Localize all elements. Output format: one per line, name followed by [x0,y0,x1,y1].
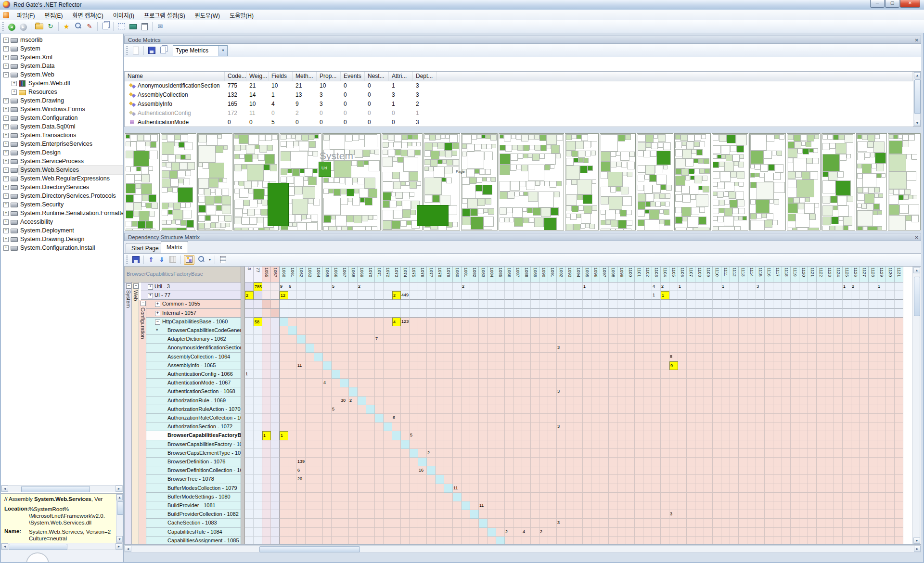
matrix-cell[interactable] [877,353,886,361]
treemap-cell[interactable] [751,214,756,219]
matrix-cell[interactable] [860,510,869,519]
matrix-cell[interactable] [462,431,470,440]
treemap-cell[interactable] [889,216,905,230]
matrix-cell[interactable] [617,309,626,318]
matrix-cell[interactable] [314,335,323,344]
treemap-cell[interactable] [307,215,310,218]
matrix-cell[interactable] [756,414,765,422]
matrix-cell[interactable] [548,431,557,440]
treemap-cell[interactable] [241,145,245,150]
matrix-cell[interactable] [886,397,895,405]
matrix-cell[interactable] [782,387,791,397]
matrix-cell[interactable] [799,414,808,422]
matrix-cell[interactable] [418,397,427,405]
treemap-cell[interactable] [829,172,837,180]
matrix-cell[interactable] [427,422,436,431]
matrix-cell[interactable] [436,353,444,361]
matrix-cell[interactable] [358,379,366,387]
matrix-cell[interactable] [332,475,340,484]
matrix-cell[interactable] [704,405,713,414]
matrix-cell[interactable] [851,353,860,361]
matrix-cell[interactable] [418,475,427,484]
treemap-cell[interactable] [630,152,634,156]
matrix-cell[interactable] [791,466,799,475]
matrix-cell[interactable] [609,493,617,501]
matrix-cell[interactable] [661,370,669,379]
matrix-cell[interactable] [418,309,427,318]
matrix-cell[interactable] [704,414,713,422]
sidebar-item-system-data[interactable]: +System.Data [1,62,123,70]
treemap-cell[interactable] [429,167,433,171]
matrix-cell[interactable] [271,405,280,414]
matrix-cell[interactable] [756,519,765,528]
group-collapse-box[interactable]: − [133,283,139,289]
matrix-cell[interactable] [886,344,895,353]
treemap-cell[interactable] [646,143,651,147]
matrix-cell[interactable] [539,370,548,379]
matrix-cell[interactable] [695,493,704,501]
matrix-cell[interactable] [652,353,661,361]
treemap-cell[interactable] [552,145,559,153]
matrix-cell[interactable] [756,387,765,397]
treemap-cell[interactable] [383,230,390,230]
matrix-cell[interactable] [366,475,375,484]
matrix-cell[interactable] [591,458,600,466]
matrix-cell[interactable] [695,475,704,484]
treemap-cell[interactable] [181,203,185,207]
matrix-cell[interactable] [410,379,418,387]
matrix-cell[interactable] [895,300,903,309]
matrix-cell[interactable] [877,519,886,528]
matrix-cell[interactable] [358,300,366,309]
matrix-cell[interactable] [323,475,332,484]
matrix-cell[interactable] [574,493,583,501]
matrix-cell[interactable] [410,484,418,493]
matrix-row-label[interactable]: CapabilitiesRule - 1084 [146,528,241,537]
matrix-cell[interactable] [574,466,583,475]
treemap-cell[interactable] [762,214,766,218]
treemap-cell[interactable] [545,154,555,164]
matrix-cell[interactable] [271,326,280,335]
matrix-cell[interactable] [739,484,747,493]
matrix-cell[interactable] [843,422,851,431]
matrix-cell[interactable] [479,318,488,326]
matrix-cell[interactable] [254,344,262,353]
matrix-cell[interactable] [609,335,617,344]
treemap-cell[interactable] [138,135,143,141]
menu-item-2[interactable]: 화면 캡쳐(C) [67,10,108,21]
table-row[interactable]: AssemblyInfo165104930012 [125,100,913,109]
matrix-cell[interactable] [609,422,617,431]
matrix-column-header[interactable]: 1069 [358,267,366,282]
matrix-cell[interactable] [358,493,366,501]
matrix-cell[interactable] [704,282,713,291]
treemap-cell[interactable] [433,195,439,202]
matrix-cell[interactable] [557,309,565,318]
matrix-cell[interactable] [384,344,392,353]
treemap-cell[interactable] [235,209,242,217]
matrix-cell[interactable]: 7 [375,335,384,344]
treemap-cell[interactable] [216,189,221,195]
matrix-cell[interactable] [843,449,851,458]
matrix-cell[interactable] [834,466,843,475]
matrix-cell[interactable] [436,282,444,291]
tab-matrix[interactable]: Matrix [161,241,188,253]
treemap-cell[interactable] [730,200,737,207]
treemap-cell[interactable] [823,217,831,225]
matrix-cell[interactable] [505,326,513,335]
matrix-row-label[interactable]: AssemblyCollection - 1064 [146,353,241,361]
treemap-cell[interactable] [205,189,210,195]
matrix-cell[interactable] [869,405,877,414]
matrix-cell[interactable] [591,387,600,397]
matrix-cell[interactable] [739,466,747,475]
matrix-cell[interactable] [548,440,557,449]
matrix-cell[interactable] [375,318,384,326]
matrix-cell[interactable] [531,344,539,353]
matrix-cell[interactable] [626,537,635,545]
matrix-column-header[interactable]: 1081 [462,267,470,282]
matrix-column-header[interactable]: 1088 [522,267,531,282]
matrix-cell[interactable] [773,431,782,440]
matrix-cell[interactable] [860,282,869,291]
matrix-cell[interactable] [557,449,565,458]
matrix-cell[interactable] [626,440,635,449]
treemap-cell[interactable] [606,220,610,224]
matrix-cell[interactable] [306,318,314,326]
